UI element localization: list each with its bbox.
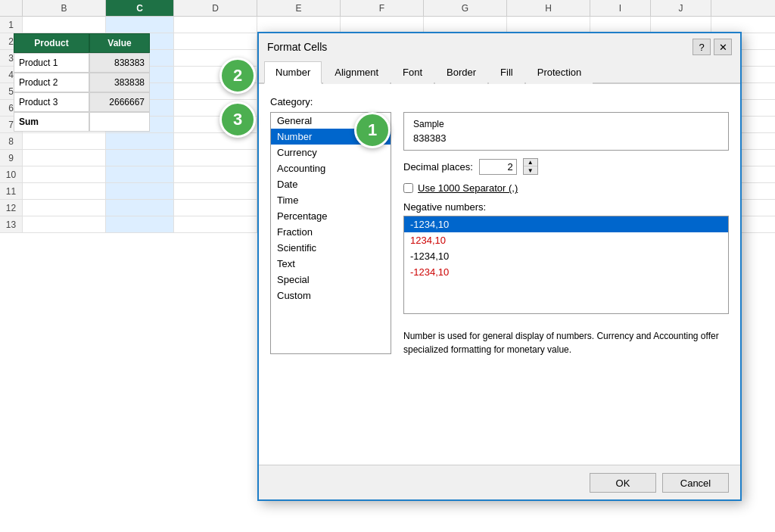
col-header-e[interactable]: E bbox=[257, 0, 341, 16]
decimal-input[interactable] bbox=[479, 159, 517, 175]
category-text[interactable]: Text bbox=[271, 256, 391, 272]
dialog-tabs: Number Alignment Font Border Fill Protec… bbox=[258, 60, 741, 84]
cell-sum-label: Sum bbox=[14, 112, 89, 132]
cell-product-2: Product 2 bbox=[14, 73, 89, 92]
cell-sum-value bbox=[89, 112, 150, 132]
col-header-j[interactable]: J bbox=[651, 0, 711, 16]
tab-protection[interactable]: Protection bbox=[526, 61, 593, 84]
category-percentage[interactable]: Percentage bbox=[271, 208, 391, 224]
table-row[interactable]: Product 1 838383 bbox=[14, 53, 150, 73]
col-header-h[interactable]: H bbox=[507, 0, 590, 16]
cell-value-3: 2666667 bbox=[89, 92, 150, 112]
category-fraction[interactable]: Fraction bbox=[271, 224, 391, 240]
format-cells-dialog: Format Cells ? ✕ Number Alignment Font B… bbox=[257, 32, 742, 501]
dialog-two-col: General Number Currency Accounting Date … bbox=[270, 112, 729, 453]
sample-value: 838383 bbox=[413, 132, 719, 144]
right-panel: Sample 838383 Decimal places: ▲ ▼ bbox=[403, 112, 729, 453]
cell-value-1: 838383 bbox=[89, 53, 150, 73]
category-list[interactable]: General Number Currency Accounting Date … bbox=[270, 112, 391, 354]
category-label: Category: bbox=[270, 96, 729, 107]
table-sum-row: Sum bbox=[14, 112, 150, 132]
neg-option-0[interactable]: -1234,10 bbox=[404, 216, 728, 232]
row-number-header bbox=[0, 0, 23, 16]
separator-checkbox[interactable] bbox=[403, 183, 413, 193]
spinner-up[interactable]: ▲ bbox=[524, 159, 537, 166]
data-table: Product Value Product 1 838383 Product 2… bbox=[14, 33, 150, 132]
col-header-d[interactable]: D bbox=[174, 0, 257, 16]
badge-2: 2 bbox=[219, 58, 256, 94]
col-header-product: Product bbox=[14, 33, 89, 53]
cell-value-2: 383838 bbox=[89, 73, 150, 92]
category-time[interactable]: Time bbox=[271, 192, 391, 208]
dialog-title: Format Cells bbox=[267, 41, 327, 53]
ok-button[interactable]: OK bbox=[590, 473, 656, 493]
cell-product-3: Product 3 bbox=[14, 92, 89, 112]
separator-label[interactable]: Use 1000 Separator (,) bbox=[418, 182, 518, 194]
dialog-help-button[interactable]: ? bbox=[693, 39, 711, 55]
dialog-close-button[interactable]: ✕ bbox=[714, 39, 732, 55]
category-accounting[interactable]: Accounting bbox=[271, 160, 391, 176]
decimal-row: Decimal places: ▲ ▼ bbox=[403, 158, 729, 175]
dialog-titlebar: Format Cells ? ✕ bbox=[258, 33, 741, 58]
category-special[interactable]: Special bbox=[271, 272, 391, 288]
sample-label: Sample bbox=[413, 119, 719, 129]
decimal-spinner: ▲ ▼ bbox=[523, 158, 538, 175]
neg-option-3[interactable]: -1234,10 bbox=[404, 264, 728, 280]
col-header-c[interactable]: C bbox=[106, 0, 174, 16]
spinner-down[interactable]: ▼ bbox=[524, 166, 537, 174]
badge-3: 3 bbox=[219, 101, 256, 138]
table-row[interactable]: Product 2 383838 bbox=[14, 73, 150, 92]
table-row[interactable]: Product 3 2666667 bbox=[14, 92, 150, 112]
category-custom[interactable]: Custom bbox=[271, 288, 391, 303]
description-text: Number is used for general display of nu… bbox=[403, 329, 729, 356]
col-header-i[interactable]: I bbox=[590, 0, 651, 16]
dialog-body: Category: General Number Currency Accoun… bbox=[258, 84, 741, 465]
table-header-row: Product Value bbox=[14, 33, 150, 53]
decimal-label: Decimal places: bbox=[403, 161, 473, 173]
tab-number[interactable]: Number bbox=[264, 61, 322, 84]
badge-1: 1 bbox=[354, 112, 391, 148]
tab-fill[interactable]: Fill bbox=[489, 61, 524, 84]
neg-option-1[interactable]: 1234,10 bbox=[404, 232, 728, 248]
tab-font[interactable]: Font bbox=[391, 61, 434, 84]
col-header-f[interactable]: F bbox=[341, 0, 424, 16]
sample-box: Sample 838383 bbox=[403, 112, 729, 151]
tab-border[interactable]: Border bbox=[435, 61, 487, 84]
separator-row: Use 1000 Separator (,) bbox=[403, 182, 729, 194]
cell-product-1: Product 1 bbox=[14, 53, 89, 73]
col-header-b[interactable]: B bbox=[23, 0, 106, 16]
dialog-footer: OK Cancel bbox=[258, 465, 741, 500]
tab-alignment[interactable]: Alignment bbox=[323, 61, 390, 84]
dialog-controls: ? ✕ bbox=[693, 39, 732, 55]
negative-label: Negative numbers: bbox=[403, 201, 729, 213]
negative-section: Negative numbers: -1234,10 1234,10 -1234… bbox=[403, 201, 729, 314]
col-header-g[interactable]: G bbox=[424, 0, 507, 16]
col-header-value: Value bbox=[89, 33, 150, 53]
category-date[interactable]: Date bbox=[271, 176, 391, 192]
category-scientific[interactable]: Scientific bbox=[271, 240, 391, 256]
neg-option-2[interactable]: -1234,10 bbox=[404, 248, 728, 264]
col-headers: B C D E F G H I J bbox=[0, 0, 775, 17]
negative-list[interactable]: -1234,10 1234,10 -1234,10 -1234,10 bbox=[403, 216, 729, 314]
cancel-button[interactable]: Cancel bbox=[662, 473, 729, 493]
